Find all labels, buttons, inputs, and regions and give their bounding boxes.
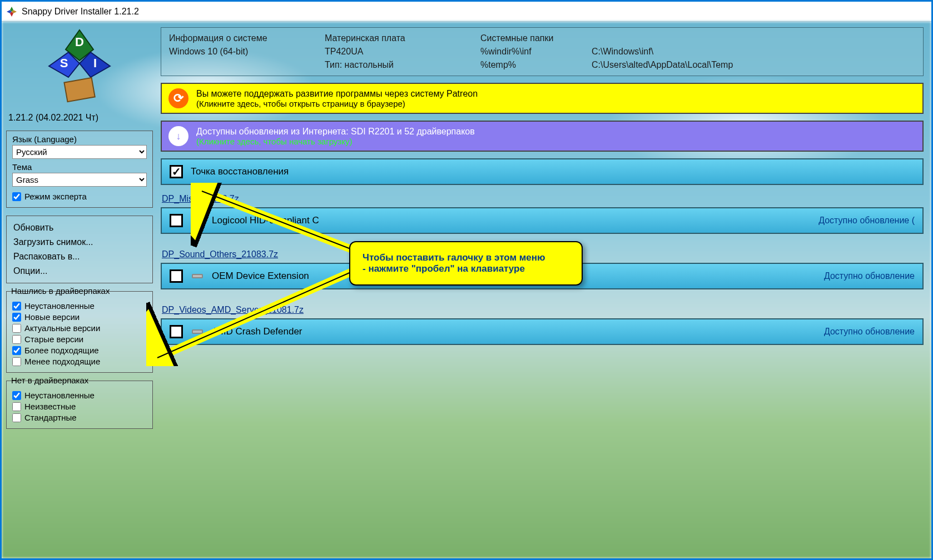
sysinfo-windir-path: C:\Windows\inf\ [592,47,915,57]
tutorial-callout: Чтобы поставить галочку в этом меню - на… [349,241,583,286]
sysinfo-os: Windows 10 (64-bit) [169,47,325,57]
driver-status: Доступно обновление [824,327,915,337]
driver-group: DP_Videos_AMD_Server_21081.7zAMD Crash D… [161,303,924,345]
main-area: Информация о системе Материнская плата С… [157,22,931,558]
notfound-item[interactable]: Стандартные [12,413,147,422]
theme-select[interactable]: Grass [12,173,147,187]
action-refresh[interactable]: Обновить [12,221,147,235]
found-item[interactable]: Менее подходящие [12,357,147,366]
driver-group: DP_Misc_21083.7zLogicool HID-compliant C… [161,192,924,234]
lang-select[interactable]: Русский [12,145,147,159]
actions-panel: Обновить Загрузить снимок... Распаковать… [6,216,153,283]
patreon-banner[interactable]: ⟳ Вы можете поддержать развитие программ… [161,83,924,114]
notfound-panel: Нет в драйверпаках НеустановленныеНеизве… [6,381,153,429]
driver-row[interactable]: AMD Crash DefenderДоступно обновление [161,318,924,345]
driver-status: Доступно обновление ( [818,216,915,226]
svg-text:S: S [60,56,68,70]
lang-panel: Язык (Language) Русский Тема Grass Режим… [6,131,153,208]
found-item[interactable]: Старые версии [12,334,147,344]
found-panel: Нашлись в драйверпаках НеустановленныеНо… [6,291,153,373]
app-icon [6,6,17,17]
device-icon [191,215,204,226]
patreon-icon: ⟳ [168,88,188,108]
sysinfo-temp-path: C:\Users\alted\AppData\Local\Temp [592,60,915,70]
driver-name: Logicool HID-compliant C [212,215,319,226]
driver-status: Доступно обновление [824,271,915,281]
sysinfo-header: Информация о системе [169,33,325,43]
driver-checkbox[interactable] [170,214,183,227]
lang-label: Язык (Language) [12,134,147,144]
action-load-snapshot[interactable]: Загрузить снимок... [12,235,147,249]
patreon-line2: (Кликните здесь, чтобы открыть страницу … [196,99,478,108]
action-extract[interactable]: Распаковать в... [12,249,147,264]
system-info: Информация о системе Материнская плата С… [161,27,924,76]
version-text: 1.21.2 (04.02.2021 Чт) [6,113,153,123]
sysinfo-temp: %temp% [480,60,592,70]
group-title[interactable]: DP_Videos_AMD_Server_21081.7z [161,303,924,317]
restore-point-row[interactable]: Точка восстановления [161,158,924,185]
titlebar: Snappy Driver Installer 1.21.2 [2,2,931,22]
found-legend: Нашлись в драйверпаках [11,286,110,296]
window-title: Snappy Driver Installer 1.21.2 [22,7,139,17]
driver-name: AMD Crash Defender [212,326,302,337]
svg-text:I: I [93,56,97,70]
theme-label: Тема [12,162,147,172]
patreon-line1: Вы можете поддержать развитие программы … [196,89,478,99]
updates-line1: Доступны обновления из Интернета: SDI R2… [196,127,475,137]
sysinfo-mb-header: Материнская плата [325,33,480,43]
found-item[interactable]: Актуальные версии [12,323,147,333]
found-item[interactable]: Более подходящие [12,346,147,355]
group-title[interactable]: DP_Misc_21083.7z [161,192,924,206]
sysinfo-windir: %windir%\inf [480,47,592,57]
sysinfo-folders-header: Системные папки [480,33,592,43]
updates-banner[interactable]: ↓ Доступны обновления из Интернета: SDI … [161,121,924,152]
action-options[interactable]: Опции... [12,264,147,278]
download-icon: ↓ [168,126,188,146]
svg-rect-12 [193,219,202,222]
sysinfo-type: Тип: настольный [325,60,480,70]
svg-rect-10 [64,78,95,102]
svg-text:D: D [75,35,84,49]
driver-row[interactable]: Logicool HID-compliant CДоступно обновле… [161,207,924,234]
notfound-legend: Нет в драйверпаках [11,376,88,385]
expert-mode-checkbox[interactable]: Режим эксперта [12,192,147,201]
notfound-item[interactable]: Неустановленные [12,391,147,400]
sidebar: D S I 1.21.2 (04.02.2021 Чт) Язык (Langu… [2,22,157,558]
app-window: Snappy Driver Installer 1.21.2 D S I 1. [0,0,933,560]
restore-point-label: Точка восстановления [191,166,289,177]
device-icon [191,326,204,337]
notfound-item[interactable]: Неизвестные [12,402,147,411]
svg-rect-16 [193,331,202,333]
sysinfo-mb: TP420UA [325,47,480,57]
device-icon [191,271,204,282]
found-item[interactable]: Новые версии [12,312,147,322]
updates-line2: (Кликните здесь, чтобы начать загрузку) [196,137,475,146]
driver-name: OEM Device Extension [212,271,309,282]
driver-checkbox[interactable] [170,269,183,283]
restore-point-checkbox[interactable] [170,165,183,178]
svg-rect-14 [193,275,202,277]
app-logo: D S I [35,27,124,105]
found-item[interactable]: Неустановленные [12,301,147,311]
driver-checkbox[interactable] [170,325,183,338]
